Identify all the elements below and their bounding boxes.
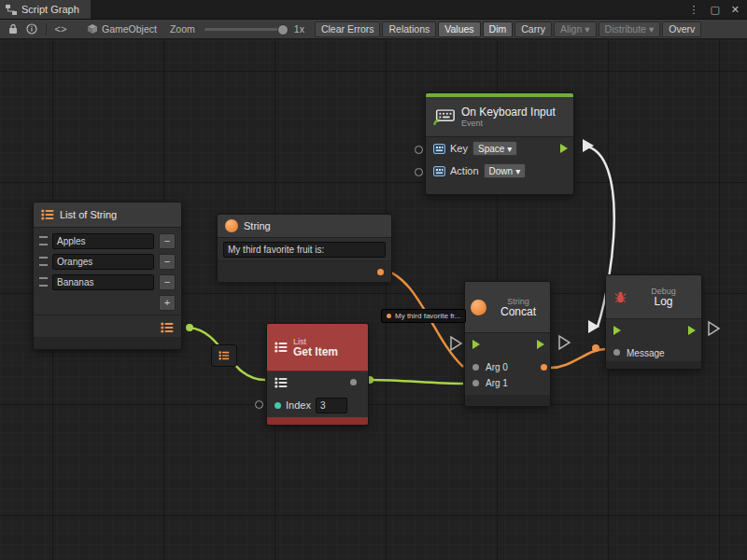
node-get-item[interactable]: List Get Item Index 3 <box>266 323 369 426</box>
port-flow-output[interactable] <box>688 326 696 335</box>
node-string-literal[interactable]: String My third favorite fruit is: <box>217 214 392 281</box>
node-title: String <box>244 220 271 231</box>
list-add-row: + <box>37 292 177 313</box>
node-on-keyboard-input[interactable]: On Keyboard Input Event Key Space▾ Actio… <box>425 92 574 195</box>
zoom-slider[interactable] <box>204 28 285 31</box>
port-flow-output[interactable] <box>560 144 568 153</box>
wire-value-text: My third favorite fr... <box>395 312 460 320</box>
wire-getitem-to-concat[interactable] <box>370 380 463 384</box>
node-header: Debug Log <box>606 275 701 319</box>
wire-value-tooltip: My third favorite fr... <box>381 309 466 323</box>
port-arg1-input[interactable] <box>472 380 479 386</box>
clear-errors-button[interactable]: Clear Errors <box>315 21 381 37</box>
port-flow-output[interactable] <box>537 340 544 349</box>
port-key-input[interactable] <box>415 146 423 154</box>
list-item-field[interactable]: Apples <box>52 233 154 249</box>
carry-button[interactable]: Carry <box>514 21 552 37</box>
port-action-input[interactable] <box>415 168 423 176</box>
port-item-output-dot[interactable] <box>350 379 357 385</box>
node-list-of-string[interactable]: List of String Apples − Oranges − Banana… <box>33 202 182 350</box>
drag-handle-icon[interactable] <box>39 277 48 287</box>
key-field-icon <box>433 166 445 176</box>
distribute-label: Distribute <box>605 23 646 35</box>
arg1-label: Arg 1 <box>486 378 508 388</box>
window-menu-icon[interactable]: ⋮ <box>688 4 698 16</box>
wire-value-dot <box>592 344 599 352</box>
list-item-field[interactable]: Bananas <box>52 274 154 290</box>
flow-port-marker-log-out[interactable] <box>709 322 719 335</box>
flow-port-marker-concat-out[interactable] <box>559 336 570 349</box>
keyboard-icon <box>433 108 456 126</box>
remove-item-button[interactable]: − <box>159 274 176 290</box>
key-value: Space <box>478 144 504 154</box>
action-dropdown[interactable]: Down▾ <box>484 163 527 178</box>
node-title: On Keyboard Input <box>461 106 556 119</box>
node-category: String <box>507 297 529 306</box>
values-button[interactable]: Values <box>438 21 480 37</box>
lock-icon[interactable] <box>4 21 22 37</box>
port-arg0-input[interactable] <box>472 364 479 371</box>
string-type-icon <box>225 219 238 232</box>
string-value-field[interactable]: My third favorite fruit is: <box>223 242 386 258</box>
node-category: List <box>293 337 338 346</box>
list-output-port-icon[interactable] <box>161 322 174 333</box>
gameobject-label: GameObject <box>102 23 157 35</box>
add-item-button[interactable]: + <box>159 295 176 311</box>
list-icon <box>275 342 288 353</box>
overview-button[interactable]: Overv <box>662 21 701 37</box>
drag-handle-icon[interactable] <box>39 236 48 245</box>
chevron-down-icon: ▾ <box>649 23 654 35</box>
string-type-icon <box>471 300 486 315</box>
tab-script-graph[interactable]: Script Graph <box>0 0 91 19</box>
port-string-output-dot[interactable] <box>377 269 384 275</box>
node-log[interactable]: Debug Log Message <box>605 274 702 370</box>
graph-canvas[interactable]: My third favorite fr... List of String A… <box>0 40 747 560</box>
remove-item-button[interactable]: − <box>159 233 176 249</box>
bug-icon <box>613 290 627 304</box>
wire-concat-to-log[interactable] <box>551 349 606 368</box>
flow-row <box>465 333 550 356</box>
port-index-input[interactable] <box>255 400 263 409</box>
chevron-down-icon: ▾ <box>507 144 512 154</box>
distribute-button[interactable]: Distribute▾ <box>599 21 661 37</box>
close-icon[interactable]: ✕ <box>731 4 740 16</box>
dim-label: Dim <box>489 23 507 35</box>
gameobject-selector[interactable]: GameObject <box>87 23 157 35</box>
remove-item-button[interactable]: − <box>159 254 176 270</box>
list-port-icon[interactable] <box>275 377 288 388</box>
port-index-input-dot[interactable] <box>275 402 281 409</box>
key-dropdown[interactable]: Space▾ <box>472 141 517 156</box>
node-title: Get Item <box>293 346 338 358</box>
script-graph-window: Script Graph ⋮ ▢ ✕ <> GameObject Zoom 1x… <box>0 0 747 560</box>
info-icon[interactable] <box>22 21 41 37</box>
chevron-down-icon: ▾ <box>585 23 589 35</box>
index-field[interactable]: 3 <box>316 398 347 413</box>
node-category: Debug <box>651 287 676 296</box>
list-item-row: Oranges − <box>37 251 177 272</box>
port-list-output[interactable] <box>186 324 193 331</box>
relations-button[interactable]: Relations <box>382 21 436 37</box>
node-footer <box>606 361 701 369</box>
port-flow-input[interactable] <box>472 340 480 349</box>
port-result-output[interactable] <box>541 364 547 371</box>
align-button[interactable]: Align▾ <box>554 21 597 37</box>
node-header: String Concat <box>465 282 550 333</box>
dim-button[interactable]: Dim <box>483 21 514 37</box>
zoom-label: Zoom <box>170 23 195 35</box>
node-header: List of String <box>34 203 181 228</box>
code-icon[interactable]: <> <box>51 21 70 37</box>
arg0-label: Arg 0 <box>486 362 508 372</box>
gameobject-icon <box>87 23 98 35</box>
message-label: Message <box>627 348 665 358</box>
node-title: List of String <box>60 209 117 220</box>
flow-port-marker-concat-in[interactable] <box>451 337 461 350</box>
port-message-input[interactable] <box>613 349 620 356</box>
maximize-icon[interactable]: ▢ <box>710 4 719 16</box>
drag-handle-icon[interactable] <box>39 257 48 266</box>
toolbar-separator <box>46 23 47 35</box>
port-flow-input[interactable] <box>613 326 621 335</box>
node-concat[interactable]: String Concat Arg 0 Arg 1 <box>464 281 551 407</box>
list-item-field[interactable]: Oranges <box>52 254 154 270</box>
flow-row <box>606 319 701 342</box>
zoom-slider-handle[interactable] <box>277 24 289 35</box>
